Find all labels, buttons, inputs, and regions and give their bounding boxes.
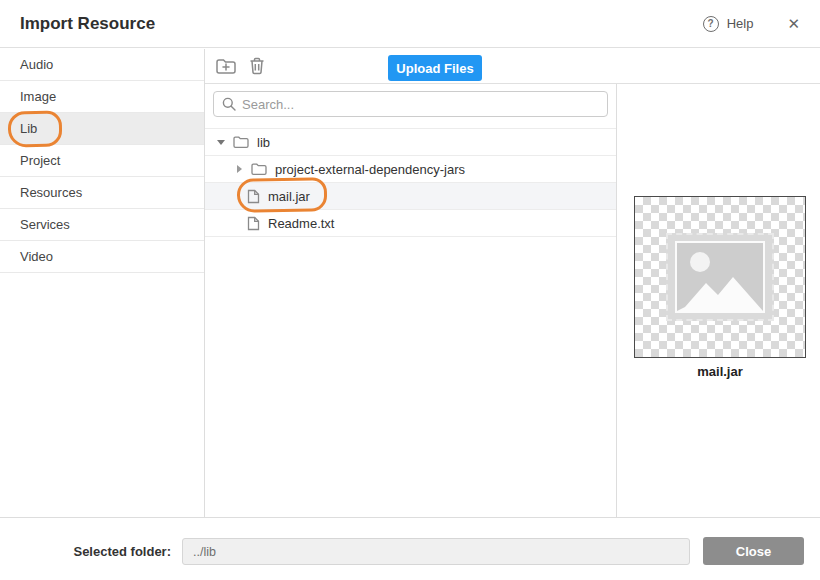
close-button[interactable]: Close <box>703 537 804 565</box>
help-button[interactable]: Help <box>727 16 754 31</box>
tree-row-label: project-external-dependency-jars <box>275 162 465 177</box>
tree-row-label: Readme.txt <box>268 216 334 231</box>
sidebar-item-lib[interactable]: Lib <box>0 113 204 145</box>
category-sidebar: Audio Image Lib Project Resources Servic… <box>0 49 205 517</box>
page-title: Import Resource <box>20 14 703 34</box>
trash-icon[interactable] <box>247 56 269 76</box>
tree-row-readme-txt[interactable]: Readme.txt <box>205 210 616 237</box>
preview-caption: mail.jar <box>634 364 806 379</box>
selected-folder-label: Selected folder: <box>0 544 171 559</box>
file-toolbar: Upload Files <box>205 49 820 84</box>
image-placeholder-frame <box>666 233 774 321</box>
tree-row-mail-jar[interactable]: mail.jar <box>205 183 616 210</box>
selected-folder-input[interactable] <box>182 538 690 565</box>
file-icon <box>247 189 260 204</box>
import-resource-dialog: Import Resource ? Help ✕ Audio Image Lib… <box>0 0 820 580</box>
preview-pane: mail.jar <box>618 84 820 517</box>
tree-row-project-external-dependency-jars[interactable]: project-external-dependency-jars <box>205 156 616 183</box>
close-icon[interactable]: ✕ <box>787 16 800 31</box>
upload-files-button[interactable]: Upload Files <box>388 55 482 81</box>
tree-row-label: lib <box>257 135 270 150</box>
folder-icon <box>233 135 249 149</box>
tree-row-lib[interactable]: lib <box>205 129 616 156</box>
folder-icon <box>251 162 267 176</box>
header-actions: ? Help ✕ <box>703 16 800 32</box>
chevron-right-icon[interactable] <box>237 165 242 173</box>
sidebar-item-resources[interactable]: Resources <box>0 177 204 209</box>
preview-thumbnail <box>634 196 806 358</box>
search-box <box>213 91 608 117</box>
file-tree-pane: lib project-external-dependency-jars ma <box>205 84 617 517</box>
file-tree: lib project-external-dependency-jars ma <box>205 128 616 237</box>
question-circle-icon[interactable]: ? <box>703 16 719 32</box>
image-placeholder-icon <box>675 241 765 313</box>
sidebar-item-project[interactable]: Project <box>0 145 204 177</box>
tree-row-label: mail.jar <box>268 189 310 204</box>
sidebar-item-audio[interactable]: Audio <box>0 49 204 81</box>
sidebar-item-video[interactable]: Video <box>0 241 204 273</box>
sidebar-item-image[interactable]: Image <box>0 81 204 113</box>
search-input[interactable] <box>213 91 608 117</box>
dialog-header: Import Resource ? Help ✕ <box>0 0 820 48</box>
sidebar-item-services[interactable]: Services <box>0 209 204 241</box>
file-icon <box>247 216 260 231</box>
new-folder-icon[interactable] <box>215 56 237 76</box>
chevron-down-icon[interactable] <box>217 140 225 145</box>
